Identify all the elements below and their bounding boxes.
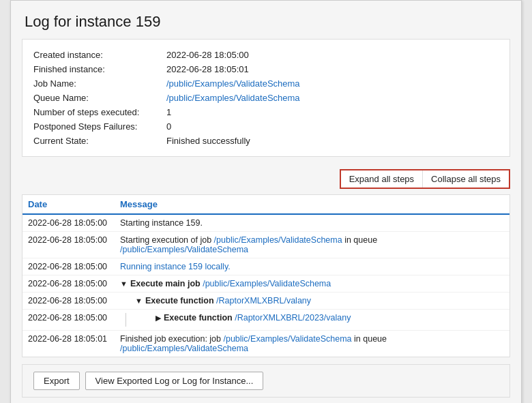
expand-all-button[interactable]: Expand all steps (341, 170, 423, 188)
export-button[interactable]: Export (33, 372, 80, 390)
table-row: 2022-06-28 18:05:00Starting instance 159… (23, 214, 509, 232)
label-state: Current State: (33, 136, 166, 146)
label-finished: Finished instance: (33, 64, 166, 74)
label-postponed: Postponed Steps Failures: (33, 121, 166, 132)
log-message: Finished job execution: job /public/Exam… (115, 331, 509, 357)
table-row: 2022-06-28 18:05:00▼Execute main job /pu… (23, 275, 509, 293)
value-postponed: 0 (166, 121, 171, 132)
log-message: Starting execution of job /public/Exampl… (115, 232, 509, 258)
log-table-section: Date Message 2022-06-28 18:05:00Starting… (22, 194, 510, 357)
log-date: 2022-06-28 18:05:00 (23, 275, 115, 293)
toolbar: Expand all steps Collapse all steps (11, 166, 521, 194)
log-date: 2022-06-28 18:05:00 (23, 258, 115, 275)
log-date: 2022-06-28 18:05:00 (23, 310, 115, 331)
log-message: ▶Execute function /RaptorXMLXBRL/2023/va… (115, 310, 509, 331)
view-exported-log-button[interactable]: View Exported Log or Log for Instance... (85, 372, 264, 390)
table-row: 2022-06-28 18:05:00▼Execute function /Ra… (23, 293, 509, 310)
col-header-message: Message (115, 195, 509, 214)
log-date: 2022-06-28 18:05:00 (23, 214, 115, 232)
value-jobname[interactable]: /public/Examples/ValidateSchema (166, 78, 300, 89)
table-row: 2022-06-28 18:05:01Finished job executio… (23, 331, 509, 357)
log-message: Running instance 159 locally. (115, 258, 509, 275)
value-state: Finished successfully (166, 136, 250, 146)
table-row: 2022-06-28 18:05:00Running instance 159 … (23, 258, 509, 275)
info-row-state: Current State: Finished successfully (33, 134, 499, 148)
info-row-postponed: Postponed Steps Failures: 0 (33, 119, 499, 134)
table-row: 2022-06-28 18:05:00▶Execute function /Ra… (23, 310, 509, 331)
log-date: 2022-06-28 18:05:00 (23, 293, 115, 310)
value-finished: 2022-06-28 18:05:01 (166, 64, 249, 74)
table-header-row: Date Message (23, 195, 509, 214)
log-message: Starting instance 159. (115, 214, 509, 232)
info-row-steps: Number of steps executed: 1 (33, 105, 499, 119)
collapse-all-button[interactable]: Collapse all steps (423, 170, 509, 188)
log-message: ▼Execute function /RaptorXMLXBRL/valany (115, 293, 509, 310)
footer-bar: Export View Exported Log or Log for Inst… (22, 364, 510, 398)
log-table: Date Message 2022-06-28 18:05:00Starting… (23, 195, 509, 357)
info-row-queuename: Queue Name: /public/Examples/ValidateSch… (33, 91, 499, 105)
log-date: 2022-06-28 18:05:00 (23, 232, 115, 258)
info-row-created: Created instance: 2022-06-28 18:05:00 (33, 48, 499, 62)
page-title: Log for instance 159 (11, 1, 521, 39)
label-created: Created instance: (33, 50, 166, 60)
table-row: 2022-06-28 18:05:00Starting execution of… (23, 232, 509, 258)
log-message: ▼Execute main job /public/Examples/Valid… (115, 275, 509, 293)
col-header-date: Date (23, 195, 115, 214)
expand-collapse-box: Expand all steps Collapse all steps (340, 169, 510, 189)
log-date: 2022-06-28 18:05:01 (23, 331, 115, 357)
label-queuename: Queue Name: (33, 93, 166, 103)
label-jobname: Job Name: (33, 78, 166, 89)
label-steps: Number of steps executed: (33, 107, 166, 117)
value-steps: 1 (166, 107, 171, 117)
value-queuename[interactable]: /public/Examples/ValidateSchema (166, 93, 300, 103)
info-section: Created instance: 2022-06-28 18:05:00 Fi… (22, 39, 510, 157)
info-row-finished: Finished instance: 2022-06-28 18:05:01 (33, 62, 499, 76)
value-created: 2022-06-28 18:05:00 (166, 50, 249, 60)
info-row-jobname: Job Name: /public/Examples/ValidateSchem… (33, 76, 499, 91)
